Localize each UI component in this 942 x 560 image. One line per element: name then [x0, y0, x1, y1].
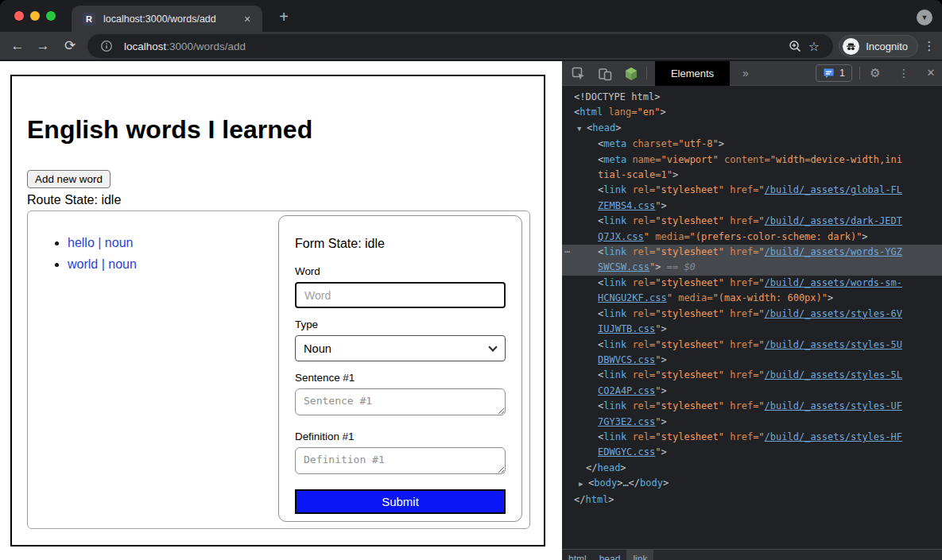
inspect-element-icon[interactable] — [571, 66, 587, 82]
tab-close-icon[interactable]: ✕ — [240, 12, 254, 26]
issues-count: 1 — [839, 68, 845, 79]
devtools-code-line[interactable]: EDWGYC.css"> — [562, 445, 942, 460]
devtools-code-line[interactable]: <link rel="stylesheet" href="/build/_ass… — [562, 183, 942, 198]
page-title: English words I learned — [27, 115, 529, 144]
devtools-code-line[interactable]: <!DOCTYPE html> — [562, 90, 942, 105]
word-input[interactable] — [295, 282, 506, 308]
devtools-panel: Elements » 1 ⚙ ⋮ ✕ <!DOCTYPE html><html … — [562, 61, 942, 560]
issues-bubble-icon — [823, 68, 835, 79]
devtools-code-line[interactable]: ▼<head> — [562, 121, 942, 137]
bookmark-star-icon[interactable]: ☆ — [804, 37, 824, 56]
devtools-menu-icon[interactable]: ⋮ — [896, 61, 912, 85]
browser-tab[interactable]: R localhost:3000/words/add ✕ — [72, 6, 262, 32]
url-host: localhost — [124, 41, 166, 52]
devtools-code-line[interactable]: HCNGU2KF.css" media="(max-width: 600px)"… — [562, 291, 942, 306]
sentence-label: Sentence #1 — [295, 372, 506, 384]
route-state-text: Route State: idle — [27, 193, 529, 207]
words-panel: hello | nounworld | noun Form State: idl… — [27, 210, 530, 529]
new-tab-button[interactable]: + — [273, 7, 294, 28]
url-text[interactable]: localhost:3000/words/add — [124, 41, 785, 52]
submit-button[interactable]: Submit — [295, 489, 506, 514]
reload-button[interactable]: ⟳ — [60, 37, 79, 56]
incognito-badge: Incognito — [839, 35, 918, 57]
device-toolbar-icon[interactable] — [597, 66, 613, 82]
devtools-code-line[interactable]: <link rel="stylesheet" href="/build/_ass… — [562, 368, 942, 383]
definition-label: Definition #1 — [295, 431, 506, 442]
devtools-code-line[interactable]: ⋯<link rel="stylesheet" href="/build/_as… — [562, 245, 942, 260]
devtools-close-icon[interactable]: ✕ — [923, 61, 939, 85]
sentence-textarea[interactable] — [295, 388, 506, 415]
devtools-code-line[interactable]: IUJWTB.css"> — [562, 322, 942, 337]
url-path: :3000/words/add — [166, 41, 246, 52]
address-bar[interactable]: localhost:3000/words/add ☆ — [87, 34, 833, 58]
devtools-code-line[interactable]: <link rel="stylesheet" href="/build/_ass… — [562, 214, 942, 229]
devtools-code-line[interactable]: <link rel="stylesheet" href="/build/_ass… — [562, 307, 942, 322]
browser-toolbar: ← → ⟳ localhost:3000/words/add ☆ Incogni… — [0, 32, 942, 60]
tab-elements[interactable]: Elements — [655, 61, 730, 86]
page-info-icon[interactable] — [97, 37, 116, 56]
form-state-text: Form State: idle — [295, 237, 506, 251]
browser-window: R localhost:3000/words/add ✕ + ▼ ← → ⟳ l… — [0, 0, 942, 560]
forward-button[interactable]: → — [33, 37, 52, 56]
devtools-code-line[interactable]: <meta charset="utf-8"> — [562, 137, 942, 152]
word-label: Word — [295, 265, 506, 277]
settings-gear-icon[interactable]: ⚙ — [867, 61, 883, 85]
devtools-code-line[interactable]: CO2A4P.css"> — [562, 384, 942, 399]
add-word-form: Form State: idle Word Type Noun Sentence… — [278, 215, 522, 522]
toolbar-divider — [646, 67, 647, 79]
window-minimize-button[interactable] — [30, 11, 40, 21]
devtools-code-line[interactable]: DBWVCS.css"> — [562, 353, 942, 368]
breadcrumb-item[interactable]: html — [562, 550, 593, 560]
devtools-code-line[interactable]: SWCSW.css"> == $0 — [562, 260, 942, 275]
devtools-code-line[interactable]: <html lang="en"> — [562, 105, 942, 120]
line-options-ellipsis-icon[interactable]: ⋯ — [564, 245, 569, 260]
window-zoom-button[interactable] — [46, 11, 56, 21]
back-button[interactable]: ← — [8, 37, 27, 56]
breadcrumb-item[interactable]: link — [626, 550, 653, 560]
devtools-code-line[interactable]: ZEMBS4.css"> — [562, 199, 942, 214]
devtools-code-line[interactable]: tial-scale=1"> — [562, 168, 942, 183]
devtools-code-line[interactable]: <link rel="stylesheet" href="/build/_ass… — [562, 399, 942, 414]
expand-arrow-icon[interactable]: ▼ — [577, 122, 587, 137]
type-select[interactable]: Noun — [295, 335, 506, 361]
incognito-label: Incognito — [866, 41, 908, 52]
devtools-code-line[interactable]: <meta name="viewport" content="width=dev… — [562, 153, 942, 168]
app-container: English words I learned Add new word Rou… — [10, 75, 545, 546]
devtools-code-line[interactable]: <link rel="stylesheet" href="/build/_ass… — [562, 338, 942, 353]
zoom-icon[interactable] — [785, 37, 804, 56]
devtools-code-line[interactable]: Q7JX.css" media="(prefers-color-scheme: … — [562, 230, 942, 245]
elements-tree: <!DOCTYPE html><html lang="en">▼<head><m… — [562, 86, 942, 549]
tab-title: localhost:3000/words/add — [103, 14, 240, 25]
toolbar-divider — [859, 67, 860, 79]
word-link[interactable]: world | noun — [68, 257, 137, 271]
devtools-breadcrumb-bar: htmlheadlink — [562, 549, 942, 560]
devtools-code-line[interactable]: 7GY3E2.css"> — [562, 415, 942, 430]
issues-counter[interactable]: 1 — [816, 64, 852, 82]
word-link[interactable]: hello | noun — [68, 236, 133, 249]
devtools-code-line[interactable]: </html> — [562, 492, 942, 508]
definition-textarea[interactable] — [295, 447, 506, 474]
devtools-toolbar: Elements » 1 ⚙ ⋮ ✕ — [562, 61, 942, 86]
devtools-code-line[interactable]: ▶<body>…</body> — [562, 476, 942, 492]
devtools-code-line[interactable]: </head> — [562, 461, 942, 476]
incognito-icon — [843, 38, 859, 55]
collapse-arrow-icon[interactable]: ▶ — [579, 477, 588, 492]
web-page: English words I learned Add new word Rou… — [0, 61, 562, 560]
devtools-code-line[interactable]: <link rel="stylesheet" href="/build/_ass… — [562, 430, 942, 445]
type-label: Type — [295, 319, 506, 330]
tab-search-button[interactable]: ▼ — [917, 10, 932, 25]
window-close-button[interactable] — [14, 11, 24, 21]
more-panels-icon[interactable]: » — [736, 61, 755, 85]
remix-favicon-icon: R — [83, 13, 95, 25]
tab-strip: R localhost:3000/words/add ✕ + ▼ — [0, 0, 942, 32]
browser-menu-icon[interactable]: ⋮ — [921, 37, 937, 55]
extension-hexagon-icon[interactable] — [623, 66, 639, 82]
devtools-code-line[interactable]: <link rel="stylesheet" href="/build/_ass… — [562, 276, 942, 291]
breadcrumb-item[interactable]: head — [593, 550, 627, 560]
add-new-word-button[interactable]: Add new word — [27, 170, 110, 188]
